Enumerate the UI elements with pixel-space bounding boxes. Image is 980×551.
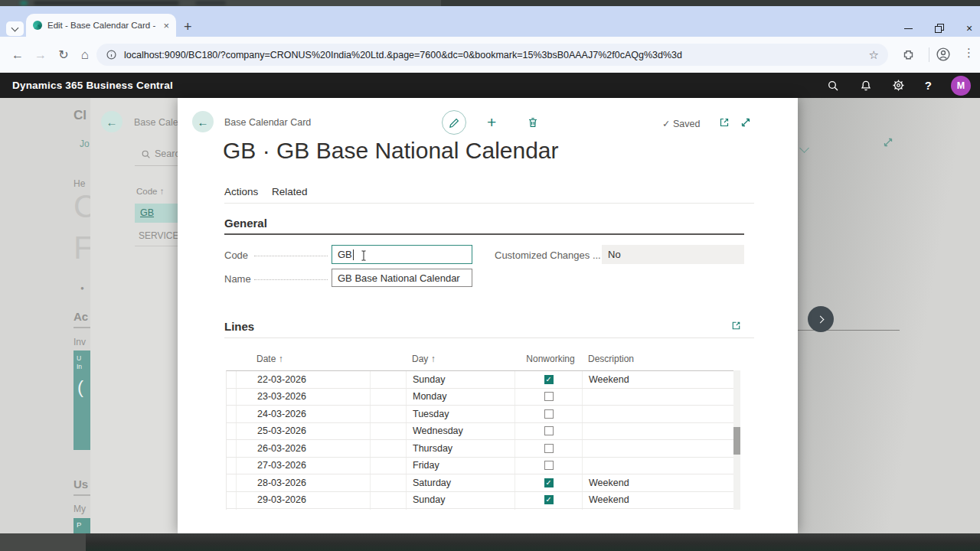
expand-fullscreen-icon[interactable] [740, 116, 752, 129]
cell-day[interactable]: Sunday [407, 371, 515, 388]
app-title[interactable]: Dynamics 365 Business Central [12, 80, 173, 91]
cell-date[interactable]: 24-03-2026 [237, 406, 371, 422]
table-row[interactable]: 28-03-2026Saturday✓Weekend [227, 474, 733, 492]
row-selector[interactable] [227, 474, 237, 491]
nonworking-checkbox[interactable] [544, 426, 554, 435]
cell-description[interactable] [583, 509, 733, 510]
user-avatar[interactable]: M [951, 76, 971, 96]
column-description[interactable]: Description [588, 354, 634, 364]
edit-pencil-button[interactable] [442, 110, 466, 135]
cell-description[interactable]: Weekend [583, 492, 733, 509]
nonworking-checkbox[interactable] [544, 392, 554, 401]
nonworking-checkbox[interactable] [544, 409, 554, 419]
table-row[interactable]: 23-03-2026Monday [227, 389, 733, 406]
menu-actions[interactable]: Actions [224, 186, 258, 197]
home-button[interactable]: ⌂ [75, 46, 95, 64]
cell-description[interactable]: Weekend [583, 474, 733, 491]
cell-description[interactable] [583, 406, 733, 422]
row-selector[interactable] [227, 509, 237, 510]
section-general[interactable]: General [224, 217, 267, 230]
cell-day[interactable]: Monday [407, 509, 515, 510]
browser-menu-kebab-icon[interactable]: ⋮ [963, 46, 975, 60]
close-window-button[interactable]: × [963, 23, 975, 34]
table-row[interactable]: 22-03-2026Sunday✓Weekend [227, 371, 733, 389]
cell-nonworking[interactable] [515, 389, 583, 406]
nonworking-checkbox[interactable]: ✓ [544, 375, 554, 384]
delete-trash-button[interactable] [527, 116, 539, 129]
cell-date[interactable]: 23-03-2026 [237, 389, 371, 406]
cell-nonworking[interactable] [515, 458, 583, 474]
settings-gear-icon[interactable] [892, 79, 906, 93]
cell-date[interactable]: 28-03-2026 [237, 474, 371, 491]
new-tab-button[interactable]: + [184, 19, 192, 35]
forward-button[interactable]: → [31, 46, 51, 64]
row-selector[interactable] [227, 389, 237, 406]
notifications-bell-icon[interactable] [859, 79, 873, 93]
next-record-fab[interactable] [808, 306, 834, 332]
nonworking-checkbox[interactable] [544, 444, 554, 453]
cell-date[interactable]: 25-03-2026 [237, 423, 371, 440]
section-lines[interactable]: Lines [224, 320, 254, 333]
row-selector[interactable] [227, 371, 237, 388]
row-selector[interactable] [227, 423, 237, 440]
cell-description[interactable]: Weekend [583, 371, 733, 388]
address-bar[interactable]: localhost:9090/BC180/?company=CRONUS%20I… [96, 44, 888, 66]
extensions-puzzle-icon[interactable] [902, 48, 915, 61]
cell-date[interactable]: 22-03-2026 [237, 371, 371, 388]
row-selector[interactable] [227, 406, 237, 422]
table-row[interactable]: 25-03-2026Wednesday [227, 423, 733, 441]
minimize-button[interactable] [902, 23, 914, 34]
new-plus-button[interactable]: + [487, 113, 496, 132]
table-row[interactable]: 30-03-2026Monday [227, 509, 733, 510]
nonworking-checkbox[interactable]: ✓ [544, 478, 554, 487]
table-row[interactable]: 27-03-2026Friday [227, 458, 733, 475]
tab-search-button[interactable] [6, 21, 24, 36]
cell-day[interactable]: Saturday [407, 474, 515, 491]
cell-date[interactable]: 26-03-2026 [237, 440, 371, 457]
row-selector[interactable] [227, 440, 237, 457]
column-day[interactable]: Day ↑ [412, 354, 436, 364]
card-breadcrumb[interactable]: Base Calendar Card [224, 117, 311, 128]
lines-expand-icon[interactable] [730, 320, 742, 331]
row-selector[interactable] [227, 492, 237, 509]
tab-close-icon[interactable]: × [163, 21, 169, 31]
cell-nonworking[interactable]: ✓ [515, 474, 583, 491]
bookmark-star-icon[interactable]: ☆ [869, 48, 879, 62]
table-row[interactable]: 24-03-2026Tuesday [227, 406, 733, 423]
back-button[interactable]: ← [8, 46, 28, 64]
row-selector[interactable] [227, 458, 237, 474]
table-row[interactable]: 26-03-2026Thursday [227, 440, 733, 458]
site-info-icon[interactable] [106, 49, 117, 60]
cell-nonworking[interactable]: ✓ [515, 492, 583, 509]
cell-description[interactable] [583, 440, 733, 457]
cell-description[interactable] [583, 458, 733, 474]
cell-nonworking[interactable] [515, 406, 583, 422]
name-input[interactable]: GB Base National Calendar [332, 269, 472, 287]
menu-related[interactable]: Related [272, 186, 308, 197]
cell-day[interactable]: Wednesday [407, 423, 515, 440]
column-date[interactable]: Date ↑ [256, 354, 283, 364]
cell-nonworking[interactable] [515, 440, 583, 457]
cell-nonworking[interactable] [515, 509, 583, 510]
nonworking-checkbox[interactable] [544, 461, 554, 470]
cell-date[interactable]: 30-03-2026 [237, 509, 371, 510]
cell-day[interactable]: Friday [407, 458, 515, 474]
popout-window-icon[interactable] [718, 116, 730, 129]
help-icon[interactable]: ? [925, 79, 932, 92]
cell-day[interactable]: Sunday [407, 492, 515, 509]
cell-day[interactable]: Thursday [407, 440, 515, 457]
customized-changes-field[interactable]: No [602, 245, 744, 264]
code-input[interactable]: GB [332, 245, 472, 264]
cell-description[interactable] [583, 423, 733, 440]
column-nonworking[interactable]: Nonworking [517, 354, 584, 364]
table-scrollbar[interactable] [733, 370, 740, 510]
reload-button[interactable]: ↻ [54, 46, 74, 64]
restore-button[interactable] [933, 23, 945, 34]
table-row[interactable]: 29-03-2026Sunday✓Weekend [227, 492, 733, 510]
cell-description[interactable] [583, 389, 733, 406]
cell-nonworking[interactable] [515, 423, 583, 440]
scrollbar-thumb[interactable] [733, 427, 740, 455]
browser-tab[interactable]: Edit - Base Calendar Card - Dyn × [26, 14, 176, 37]
cell-day[interactable]: Tuesday [407, 406, 515, 422]
cell-nonworking[interactable]: ✓ [515, 371, 583, 388]
